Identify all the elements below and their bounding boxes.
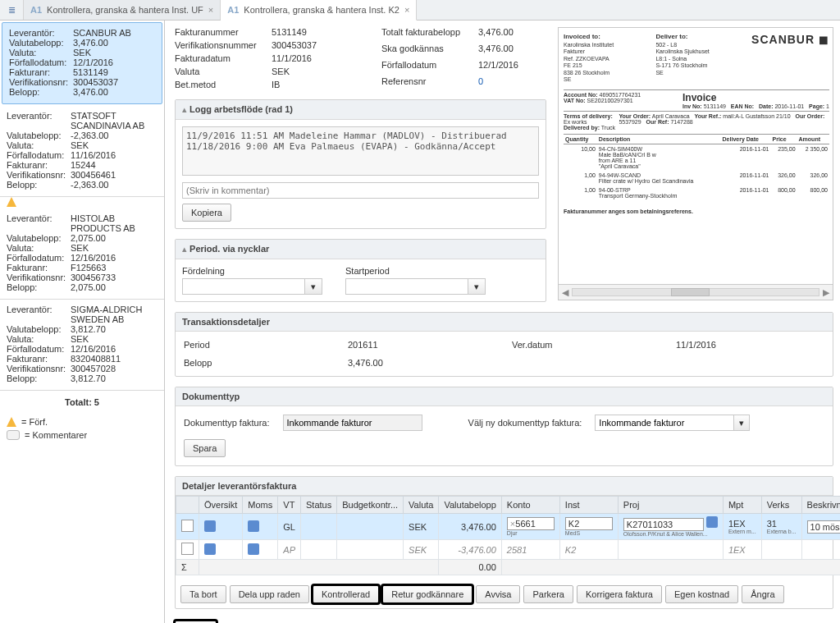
lookup-icon[interactable] [706, 516, 718, 528]
tab-label: Kontrollera, granska & hantera Inst. UF [47, 5, 203, 15]
tab-inst-k2[interactable]: A1 Kontrollera, granska & hantera Inst. … [221, 0, 417, 21]
row-checkbox[interactable] [181, 543, 194, 555]
amount-value: 3,476.00 [348, 358, 512, 368]
main-content: Fakturanummer5131149Verifikationsnummer3… [165, 21, 840, 623]
close-icon[interactable]: × [404, 5, 409, 15]
doc-icon: A1 [227, 5, 239, 15]
overview-icon[interactable] [204, 520, 216, 532]
period-label: Period [184, 340, 348, 350]
details-table: ÖversiktMomsVTStatusBudgetkontr...Valuta… [176, 496, 840, 575]
new-doctype-label: Välj ny dokumenttyp faktura: [468, 418, 582, 428]
preview-scrollbar[interactable]: ◀ ▶ [559, 284, 833, 300]
panel-transaction: Transaktionsdetaljer Period 201611 Ver.d… [175, 312, 833, 377]
arrow-left-icon[interactable]: ◀ [559, 287, 572, 298]
panel-details: Detaljer leverantörsfaktura ÖversiktMoms… [175, 476, 833, 609]
comment-icon [7, 430, 20, 440]
verdate-label: Ver.datum [512, 340, 676, 350]
startperiod-select[interactable]: ▾ [345, 278, 486, 295]
doc-icon: A1 [30, 5, 42, 15]
action-korrigera-faktura[interactable]: Korrigera faktura [577, 585, 662, 603]
vat-icon[interactable] [248, 543, 259, 555]
tab-inst-uf[interactable]: A1 Kontrollera, granska & hantera Inst. … [24, 0, 221, 20]
row-checkbox[interactable] [181, 520, 194, 532]
fordelning-select[interactable]: ▾ [182, 278, 322, 295]
copy-button[interactable]: Kopiera [182, 204, 231, 222]
close-icon[interactable]: × [208, 5, 213, 15]
table-row[interactable]: GL SEK 3,476.00 × 5661Djur K2MedS K27011… [176, 514, 841, 540]
doctype-label: Dokumenttyp faktura: [184, 418, 270, 428]
action-parkera[interactable]: Parkera [523, 585, 573, 603]
action-avvisa[interactable]: Avvisa [476, 585, 520, 603]
konto-input[interactable]: × 5661 [507, 517, 555, 530]
startperiod-label: Startperiod [345, 266, 486, 276]
logo-icon: ◼ [819, 33, 829, 46]
chevron-down-icon[interactable]: ▾ [734, 415, 750, 431]
panel-doctype: Dokumenttyp Dokumenttyp faktura: Välj ny… [175, 387, 833, 466]
action-ångra[interactable]: Ångra [742, 585, 783, 603]
invoice-header: Fakturanummer5131149Verifikationsnummer3… [175, 27, 546, 89]
action-kontrollerad[interactable]: Kontrollerad [313, 585, 379, 603]
save-doctype-button[interactable]: Spara [184, 439, 226, 457]
action-retur-godkännare[interactable]: Retur godkännare [382, 585, 472, 603]
invoice-list-item[interactable]: Leverantör:SIGMA-ALDRICH SWEDEN ABValuta… [0, 300, 164, 391]
invoice-lines-table: QuantityDescriptionDelivery DatePriceAmo… [564, 134, 829, 200]
action-dela-upp-raden[interactable]: Dela upp raden [230, 585, 309, 603]
total-count: Totalt: 5 [0, 391, 164, 414]
overview-icon[interactable] [204, 543, 216, 555]
workflow-log: 11/9/2016 11:51 AM Madeleine Hammar (MAD… [182, 126, 539, 176]
panel-log: Logg arbetsflöde (rad 1) 11/9/2016 11:51… [175, 99, 546, 229]
invoice-preview: Invoiced to: Karolinska InstitutetFaktur… [558, 27, 833, 300]
action-ta-bort[interactable]: Ta bort [180, 585, 226, 603]
period-value: 201611 [348, 340, 512, 350]
sum-row: Σ 0.00 [176, 560, 841, 575]
panel-period: Period. via nycklar Fördelning ▾ Startpe… [175, 239, 546, 302]
new-doctype-select[interactable]: ▾ [595, 415, 750, 431]
inst-input[interactable]: K2 [565, 517, 613, 530]
comment-input[interactable] [182, 182, 539, 199]
proj-input[interactable]: K27011033 [623, 518, 704, 531]
chevron-down-icon[interactable]: ▾ [468, 278, 486, 295]
amount-label: Belopp [184, 358, 348, 368]
table-row[interactable]: AP SEK -3,476.00 2581 K2 1EX [176, 540, 841, 560]
fordelning-label: Fördelning [182, 266, 322, 276]
vat-icon[interactable] [248, 520, 259, 532]
tab-bar: ≣ A1 Kontrollera, granska & hantera Inst… [0, 0, 840, 21]
beskr-input[interactable]: 10 möss Å [807, 520, 840, 534]
invoice-list-item[interactable]: Leverantör:STATSOFT SCANDINAVIA ABValuta… [0, 106, 164, 197]
invoice-list-sidebar: Leverantör:SCANBUR ABValutabelopp:3,476.… [0, 21, 165, 623]
tab-label: Kontrollera, granska & hantera Inst. K2 [244, 5, 399, 15]
warning-icon [7, 417, 16, 427]
warning-icon [7, 197, 16, 207]
apps-icon[interactable]: ≣ [0, 0, 24, 20]
chevron-down-icon[interactable]: ▾ [305, 278, 322, 295]
invoice-list-item[interactable]: Leverantör:SCANBUR ABValutabelopp:3,476.… [2, 22, 162, 104]
action-egen-kostnad[interactable]: Egen kostnad [665, 585, 738, 603]
verdate-value: 11/1/2016 [676, 340, 774, 350]
doctype-value [283, 415, 422, 431]
legend: = Förf. = Kommentarer [0, 414, 164, 447]
arrow-right-icon[interactable]: ▶ [819, 287, 833, 298]
invoice-list-item[interactable]: Leverantör:HISTOLAB PRODUCTS ABValutabel… [0, 208, 164, 300]
